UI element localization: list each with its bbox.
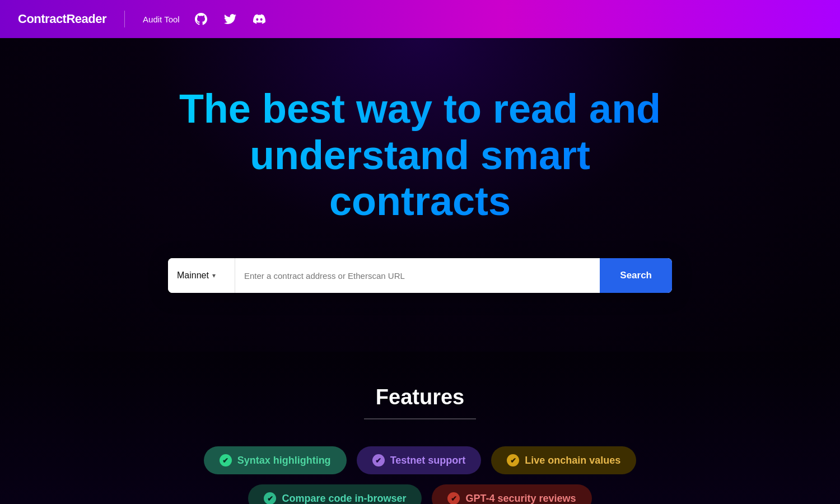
check-icon: ✔ bbox=[447, 492, 460, 504]
feature-label: GPT-4 security reviews bbox=[465, 493, 576, 505]
feature-label: Syntax highlighting bbox=[237, 455, 331, 466]
github-icon[interactable] bbox=[193, 11, 209, 27]
features-grid: ✔ Syntax highlighting ✔ Testnet support … bbox=[204, 446, 637, 504]
chevron-down-icon: ▾ bbox=[212, 272, 216, 279]
feature-label: Compare code in-browser bbox=[282, 493, 406, 505]
feature-compare-code[interactable]: ✔ Compare code in-browser bbox=[248, 484, 422, 504]
check-icon: ✔ bbox=[372, 454, 385, 466]
hero-title: The best way to read andunderstand smart… bbox=[168, 86, 672, 225]
feature-label: Testnet support bbox=[390, 455, 466, 466]
twitter-icon[interactable] bbox=[222, 11, 238, 27]
network-selector[interactable]: Mainnet ▾ bbox=[168, 258, 235, 293]
navbar: ContractReader Audit Tool bbox=[0, 0, 840, 38]
features-divider bbox=[364, 418, 476, 419]
nav-divider bbox=[124, 11, 125, 27]
search-button[interactable]: Search bbox=[600, 258, 672, 293]
features-section: Features ✔ Syntax highlighting ✔ Testnet… bbox=[0, 352, 840, 504]
network-selector-label: Mainnet bbox=[177, 270, 209, 281]
check-icon: ✔ bbox=[264, 492, 276, 504]
feature-live-onchain-values[interactable]: ✔ Live onchain values bbox=[491, 446, 636, 474]
hero-section: The best way to read andunderstand smart… bbox=[0, 38, 840, 352]
check-icon: ✔ bbox=[507, 454, 519, 466]
brand-logo[interactable]: ContractReader bbox=[18, 12, 106, 26]
feature-testnet-support[interactable]: ✔ Testnet support bbox=[357, 446, 482, 474]
audit-tool-link[interactable]: Audit Tool bbox=[143, 15, 180, 24]
address-input[interactable] bbox=[235, 258, 600, 293]
feature-syntax-highlighting[interactable]: ✔ Syntax highlighting bbox=[204, 446, 347, 474]
features-title: Features bbox=[376, 385, 464, 409]
features-row-1: ✔ Syntax highlighting ✔ Testnet support … bbox=[204, 446, 637, 474]
feature-label: Live onchain values bbox=[525, 455, 620, 466]
discord-icon[interactable] bbox=[251, 11, 267, 27]
search-bar: Mainnet ▾ Search bbox=[168, 258, 672, 293]
features-row-2: ✔ Compare code in-browser ✔ GPT-4 securi… bbox=[248, 484, 591, 504]
check-icon: ✔ bbox=[220, 454, 232, 466]
feature-gpt4-security[interactable]: ✔ GPT-4 security reviews bbox=[432, 484, 591, 504]
